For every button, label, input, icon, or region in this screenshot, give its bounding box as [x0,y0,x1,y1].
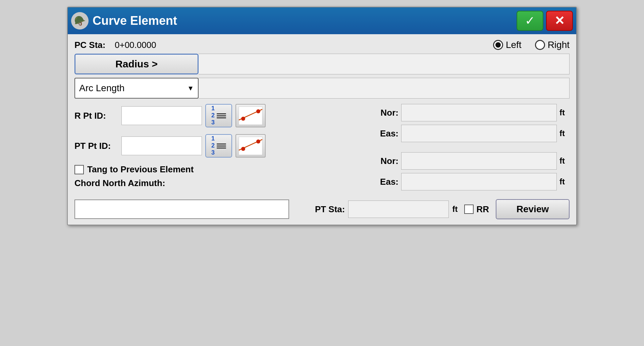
content-area: PC Sta: 0+00.0000 Left Right Radius > [68,34,576,225]
r-pt-list-lines [217,113,226,118]
line1b [217,143,226,145]
radio-left-inner [495,42,501,48]
arc-length-row: Arc Length ▼ [74,78,570,99]
svg-point-2 [241,117,245,121]
review-button[interactable]: Review [496,199,570,219]
r-pt-list-button[interactable]: 1 2 3 [205,104,232,127]
pt-sta-section: PT Sta: ft [315,200,458,218]
pt-pt-map-icon [238,136,263,156]
title-bar-left: 🪖 Curve Element [71,12,177,30]
svg-point-7 [256,139,260,143]
title-bar: 🪖 Curve Element ✓ ✕ [68,7,576,34]
svg-rect-4 [239,137,262,155]
nor1-unit: ft [559,108,570,117]
line3b [217,148,226,149]
eas2-input[interactable] [401,173,557,190]
arc-length-input[interactable] [199,78,570,99]
nor2-label: Nor: [375,156,398,166]
chord-azimuth-input[interactable]: 90°00'00" [74,199,289,219]
rr-section: RR [464,204,489,215]
num3: 3 [211,119,215,126]
eas2-row: Eas: ft [375,173,570,190]
pt-pt-list-lines [217,143,226,149]
window-title: Curve Element [93,14,177,28]
num3b: 3 [211,150,215,156]
arc-length-dropdown-arrow: ▼ [187,84,194,92]
r-pt-list-numbers: 1 2 3 [211,105,215,126]
num1: 1 [211,105,215,112]
pt-pt-list-btn-inner: 1 2 3 [211,135,226,156]
cancel-button[interactable]: ✕ [546,11,573,31]
pc-sta-label: PC Sta: [74,40,115,50]
line2 [217,115,226,116]
form-area: R Pt ID: 1 2 3 [74,104,570,194]
line1 [217,113,226,114]
r-pt-map-icon [238,106,263,125]
ok-button[interactable]: ✓ [517,11,543,31]
radio-right-label: Right [548,40,570,50]
eas2-label: Eas: [375,177,398,187]
eas1-input[interactable] [401,125,557,142]
radio-left[interactable]: Left [493,40,522,50]
tang-row: Tang to Previous Element [74,164,368,175]
rr-label: RR [476,204,489,215]
nor1-row: Nor: ft [375,104,570,121]
nor1-input[interactable] [401,104,557,121]
radio-right-outer[interactable] [535,40,545,50]
pc-sta-value: 0+00.0000 [115,40,182,50]
pt-pt-id-input[interactable] [121,136,202,155]
radius-row: Radius > [74,54,570,74]
title-bar-buttons: ✓ ✕ [517,11,573,31]
form-right: Nor: ft Eas: ft Nor: ft [375,104,570,194]
tang-checkbox[interactable] [74,165,84,174]
rr-checkbox[interactable] [464,205,474,214]
form-left: R Pt ID: 1 2 3 [74,104,368,194]
main-window: 🪖 Curve Element ✓ ✕ PC Sta: 0+00.0000 Le… [67,7,577,225]
pt-pt-list-numbers: 1 2 3 [211,135,215,156]
svg-point-6 [241,147,245,151]
nor2-row: Nor: ft [375,152,570,170]
helmet-icon: 🪖 [71,12,89,30]
line3 [217,117,226,118]
eas2-unit: ft [559,177,570,186]
svg-point-3 [256,109,260,113]
num1b: 1 [211,135,215,142]
r-pt-id-input[interactable] [121,106,202,125]
radius-input[interactable] [199,54,570,74]
pt-sta-label: PT Sta: [315,204,345,215]
radio-left-outer[interactable] [493,40,503,50]
line2b [217,146,226,147]
spacer1 [375,146,570,152]
bottom-controls: 90°00'00" PT Sta: ft RR Review [74,199,570,219]
chord-label-row: Chord North Azimuth: [74,178,368,188]
r-pt-map-button[interactable] [235,104,266,127]
arc-length-label: Arc Length [79,83,124,94]
num2b: 2 [211,142,215,149]
nor2-input[interactable] [401,152,557,170]
radio-right[interactable]: Right [535,40,570,50]
r-pt-list-btn-inner: 1 2 3 [211,105,226,126]
chord-label: Chord North Azimuth: [74,178,165,188]
eas1-row: Eas: ft [375,125,570,142]
radio-left-label: Left [506,40,522,50]
pt-pt-id-label: PT Pt ID: [74,141,118,151]
r-pt-id-label: R Pt ID: [74,111,118,121]
eas1-unit: ft [559,129,570,138]
svg-rect-0 [239,107,262,125]
direction-radio-group: Left Right [493,40,570,50]
pt-sta-input[interactable] [348,200,449,218]
eas1-label: Eas: [375,128,398,139]
nor1-label: Nor: [375,108,398,118]
pt-pt-map-button[interactable] [235,134,266,158]
radius-button[interactable]: Radius > [74,54,199,74]
pc-sta-row: PC Sta: 0+00.0000 Left Right [74,40,570,50]
tang-label: Tang to Previous Element [87,164,194,175]
num2: 2 [211,112,215,119]
pt-pt-list-button[interactable]: 1 2 3 [205,134,232,158]
arc-length-dropdown[interactable]: Arc Length ▼ [74,78,199,99]
pt-sta-unit: ft [452,205,458,214]
pt-pt-id-row: PT Pt ID: 1 2 3 [74,134,368,158]
r-pt-id-row: R Pt ID: 1 2 3 [74,104,368,127]
nor2-unit: ft [559,156,570,166]
